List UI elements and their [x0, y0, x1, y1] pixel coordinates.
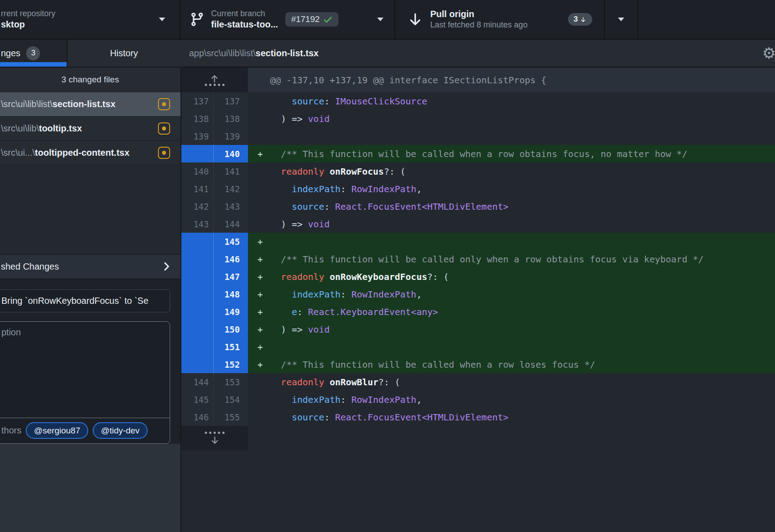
new-line-number[interactable]: 148 — [213, 285, 248, 303]
old-line-number[interactable]: 144 — [181, 373, 213, 391]
new-line-number[interactable]: 138 — [213, 110, 248, 127]
tab-changes-label: nges — [1, 48, 20, 59]
code-token: : — [324, 201, 335, 212]
code-token: ) => — [270, 113, 308, 124]
code-token: readonly — [281, 377, 329, 388]
old-line-number[interactable]: 142 — [181, 198, 213, 215]
file-path-prefix: \src\ui\lib\list\ — [1, 99, 52, 109]
old-line-number[interactable] — [181, 320, 213, 338]
old-line-number[interactable]: 143 — [181, 215, 213, 233]
diff-line-marker: + — [257, 289, 270, 300]
old-line-number[interactable]: 137 — [181, 92, 213, 110]
old-line-number[interactable]: 139 — [181, 127, 213, 145]
coauthors-row: thors @sergiou87@tidy-dev — [0, 418, 170, 443]
new-line-number[interactable]: 147 — [213, 268, 248, 285]
branch-selector[interactable]: Current branch file-status-too... #17192 — [180, 0, 395, 39]
expand-bottom-filler — [248, 426, 775, 451]
code-token: onRowFocus — [329, 166, 383, 177]
file-list-item[interactable]: \src\ui\lib\tooltip.tsx — [0, 117, 180, 141]
new-line-number[interactable]: 137 — [213, 92, 248, 110]
diff-line-code: + indexPath: RowIndexPath, — [248, 285, 775, 303]
diff-line: 145154 indexPath: RowIndexPath, — [181, 391, 775, 408]
old-line-number[interactable] — [181, 338, 213, 356]
code-token: indexPath — [292, 289, 340, 300]
branch-name: file-status-too... — [211, 19, 278, 30]
new-line-number[interactable]: 146 — [213, 250, 248, 268]
file-list-item[interactable]: \src\ui...\tooltipped-content.tsx — [0, 141, 180, 165]
diff-file-path-prefix: app\src\ui\lib\list\ — [189, 48, 256, 59]
coauthor-pill[interactable]: @tidy-dev — [93, 422, 148, 439]
code-token: , — [416, 394, 422, 405]
diff-line: 146155 source: React.FocusEvent<HTMLDivE… — [181, 408, 775, 426]
commit-summary-input[interactable]: Bring `onRowKeyboardFocus` to `Se — [0, 289, 170, 312]
diff-line: 138138 ) => void — [181, 110, 775, 127]
code-token — [270, 359, 281, 370]
code-token: indexPath — [292, 394, 340, 405]
code-token: onRowKeyboardFocus — [329, 271, 427, 282]
old-line-number[interactable]: 146 — [181, 408, 213, 426]
pull-dropdown-button[interactable] — [605, 0, 638, 39]
modified-file-icon — [158, 98, 170, 110]
pr-number: #17192 — [291, 14, 320, 24]
old-line-number[interactable] — [181, 250, 213, 268]
stashed-changes-row[interactable]: shed Changes — [0, 254, 180, 280]
diff-line-code: source: React.FocusEvent<HTMLDivElement> — [248, 408, 775, 426]
old-line-number[interactable]: 138 — [181, 110, 213, 127]
old-line-number[interactable]: 145 — [181, 391, 213, 408]
file-list-item[interactable]: \src\ui\lib\list\section-list.tsx — [0, 92, 180, 117]
changes-count-badge: 3 — [26, 46, 40, 60]
new-line-number[interactable]: 143 — [213, 198, 248, 215]
new-line-number[interactable]: 142 — [213, 180, 248, 198]
new-line-number[interactable]: 151 — [213, 338, 248, 356]
diff-line: 151+ — [181, 338, 775, 356]
old-line-number[interactable] — [181, 303, 213, 320]
old-line-number[interactable] — [181, 233, 213, 250]
old-line-number[interactable] — [181, 268, 213, 285]
new-line-number[interactable]: 155 — [213, 408, 248, 426]
second-bar: nges 3 History app\src\ui\lib\list\secti… — [0, 40, 775, 68]
code-token: e — [292, 307, 297, 317]
tab-changes[interactable]: nges 3 — [0, 40, 68, 67]
repository-selector[interactable]: rrent repository sktop — [0, 0, 180, 39]
new-line-number[interactable]: 152 — [213, 356, 248, 373]
new-line-number[interactable]: 145 — [213, 233, 248, 250]
code-token: void — [308, 113, 329, 124]
pr-status-badge[interactable]: #17192 — [285, 12, 338, 27]
code-token: readonly — [281, 271, 329, 282]
tab-history[interactable]: History — [68, 40, 180, 67]
code-token — [270, 96, 292, 107]
expand-hunk-up-button[interactable] — [181, 68, 248, 92]
chevron-down-icon[interactable] — [377, 18, 383, 21]
diff-line-code — [248, 127, 775, 145]
coauthor-pill[interactable]: @sergiou87 — [26, 422, 88, 439]
new-line-number[interactable]: 140 — [213, 145, 248, 162]
new-line-number[interactable]: 153 — [213, 373, 248, 391]
diff-file-name: section-list.tsx — [256, 48, 319, 59]
old-line-number[interactable]: 141 — [181, 180, 213, 198]
code-token: ?: ( — [427, 271, 449, 282]
old-line-number[interactable]: 140 — [181, 162, 213, 180]
diff-line-code: readonly onRowBlur?: ( — [248, 373, 775, 391]
new-line-number[interactable]: 154 — [213, 391, 248, 408]
old-line-number[interactable] — [181, 145, 213, 162]
new-line-number[interactable]: 150 — [213, 320, 248, 338]
code-token: RowIndexPath — [351, 394, 417, 405]
code-token: ?: ( — [384, 166, 406, 177]
diff-file-path-bar: app\src\ui\lib\list\section-list.tsx ⚙ — [180, 40, 775, 67]
expand-hunk-down-button[interactable] — [181, 426, 248, 451]
new-line-number[interactable]: 144 — [213, 215, 248, 233]
coauthors-label: thors — [1, 425, 21, 436]
pull-origin-button[interactable]: Pull origin Last fetched 8 minutes ago 3 — [395, 0, 605, 39]
diff-empty-area — [181, 451, 775, 532]
diff-line: 143144 ) => void — [181, 215, 775, 233]
code-token: readonly — [281, 166, 329, 177]
code-token: onRowBlur — [329, 377, 378, 388]
new-line-number[interactable]: 149 — [213, 303, 248, 320]
commit-description-box[interactable]: ption thors @sergiou87@tidy-dev — [0, 321, 170, 444]
new-line-number[interactable]: 141 — [213, 162, 248, 180]
old-line-number[interactable] — [181, 285, 213, 303]
sidebar-tabs: nges 3 History — [0, 40, 180, 67]
new-line-number[interactable]: 139 — [213, 127, 248, 145]
old-line-number[interactable] — [181, 356, 213, 373]
gear-icon[interactable]: ⚙ — [762, 45, 775, 61]
